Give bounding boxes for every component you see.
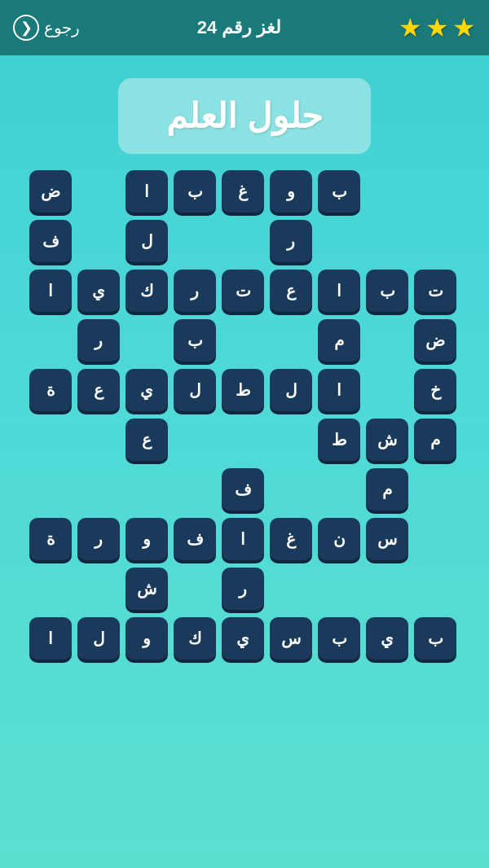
tile[interactable]: ع [270,270,312,312]
star-2: ★ [425,12,449,43]
back-label: رجوع [44,18,80,37]
tile[interactable]: غ [222,170,264,213]
tile[interactable]: ب [414,617,456,660]
tile[interactable]: ا [318,369,360,411]
tile[interactable]: ع [77,369,120,411]
tile[interactable]: س [270,617,312,660]
tile[interactable]: ك [126,270,168,312]
puzzle-title: لغز رقم 24 [197,17,282,38]
tile[interactable]: ي [77,270,120,312]
header: رجوع ❮ لغز رقم 24 ★ ★ ★ [0,0,489,55]
tile[interactable]: ش [366,419,408,461]
tile[interactable]: ت [222,270,264,312]
tile[interactable]: ا [29,270,72,312]
tile[interactable]: ي [126,369,168,411]
tile[interactable]: ر [77,319,120,362]
tile[interactable]: م [366,468,408,511]
tile[interactable]: ع [126,419,168,461]
tile[interactable]: ف [222,468,264,511]
tile[interactable]: ب [318,617,360,660]
tile[interactable]: ا [318,270,360,312]
tile[interactable]: ة [29,369,72,411]
tile[interactable]: و [126,518,168,560]
tile[interactable]: ن [318,518,360,560]
tile[interactable]: م [318,319,360,362]
banner-word: حلول العلم [166,97,323,135]
stars-container: ★ ★ ★ [399,12,476,43]
tile[interactable]: ف [174,518,216,560]
star-1: ★ [399,12,422,43]
tile[interactable]: ر [174,270,216,312]
tile[interactable]: خ [414,369,456,411]
tile[interactable]: ل [126,220,168,262]
tile[interactable]: ب [174,170,216,213]
tile[interactable]: ا [29,617,72,660]
tile[interactable]: س [366,518,408,560]
tile[interactable]: و [126,617,168,660]
tile[interactable]: ر [222,568,264,610]
tile[interactable]: ل [270,369,312,411]
tile[interactable]: ف [29,220,72,262]
star-3: ★ [452,12,476,43]
tile[interactable]: ب [318,170,360,213]
tile[interactable]: ي [366,617,408,660]
tile[interactable]: ل [77,617,120,660]
tile[interactable]: ت [414,270,456,312]
tile[interactable]: ض [29,170,72,213]
tile[interactable]: ط [222,369,264,411]
tile[interactable]: ش [126,568,168,610]
tile[interactable]: ا [126,170,168,213]
tile[interactable]: ة [29,518,72,560]
tile[interactable]: ي [222,617,264,660]
tile[interactable]: ب [174,319,216,362]
tile[interactable]: ل [174,369,216,411]
tile[interactable]: و [270,170,312,213]
tile[interactable]: م [414,419,456,461]
tile[interactable]: ر [270,220,312,262]
tile[interactable]: ط [318,419,360,461]
tile[interactable]: ض [414,319,456,362]
tile[interactable]: ر [77,518,120,560]
tile[interactable]: ا [222,518,264,560]
back-button[interactable]: رجوع ❮ [13,15,80,41]
back-circle-icon: ❮ [13,15,39,41]
word-banner: حلول العلم [118,78,371,154]
tile[interactable]: ك [174,617,216,660]
tile[interactable]: ب [366,270,408,312]
tile[interactable]: غ [270,518,312,560]
